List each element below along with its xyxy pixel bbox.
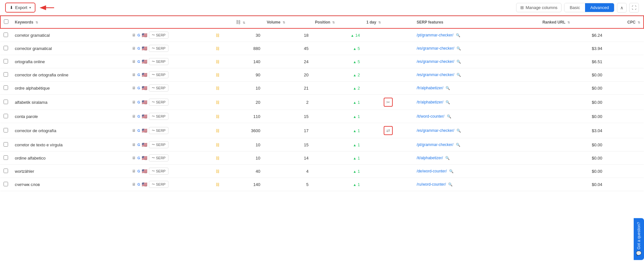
monitor-icon: 🖥 xyxy=(132,59,136,64)
monitor-icon: 🖥 xyxy=(132,33,136,37)
ranked-url-link[interactable]: /de/word-counter/ xyxy=(417,169,447,173)
row-checkbox-cell[interactable] xyxy=(0,42,12,55)
search-icon[interactable]: 🔍 xyxy=(447,114,451,118)
toolbar-left: ⬇ Export ▾ xyxy=(5,3,57,13)
ranked-url-link[interactable]: /it/word-counter/ xyxy=(417,114,444,119)
row-checkbox[interactable] xyxy=(4,142,8,147)
row-checkbox[interactable] xyxy=(4,46,8,50)
download-icon: ⬇ xyxy=(10,5,13,10)
serp-features-cell xyxy=(363,178,413,191)
ranked-url-link[interactable]: /es/grammar-checker/ xyxy=(417,46,454,51)
row-checkbox-cell[interactable] xyxy=(0,138,12,151)
serp-button[interactable]: 〜 SERP xyxy=(149,45,168,52)
row-checkbox[interactable] xyxy=(4,85,8,90)
row-checkbox-cell[interactable] xyxy=(0,95,12,110)
search-icon[interactable]: 🔍 xyxy=(448,182,453,186)
search-icon[interactable]: 🔍 xyxy=(456,33,460,37)
flag-icon: 🇺🇸 xyxy=(142,33,147,38)
monitor-icon: 🖥 xyxy=(132,156,136,160)
serp-button[interactable]: 〜 SERP xyxy=(149,127,168,134)
serp-button[interactable]: 〜 SERP xyxy=(149,58,168,65)
search-icon[interactable]: 🔍 xyxy=(457,129,461,132)
annotation-arrow xyxy=(38,3,57,13)
volume-column-header[interactable]: Volume ⇅ xyxy=(264,16,312,28)
keywords-column-header[interactable]: Keywords ⇅ xyxy=(12,16,129,28)
row-checkbox[interactable] xyxy=(4,59,8,63)
sort-icon: ⇅ xyxy=(283,21,285,24)
basic-view-button[interactable]: Basic xyxy=(564,3,585,12)
chain-icon: ⛓ xyxy=(216,73,220,77)
search-icon[interactable]: 🔍 xyxy=(445,156,450,160)
day-change-value: 1 xyxy=(358,142,360,147)
search-icon[interactable]: 🔍 xyxy=(457,46,461,50)
position-cell: 2 xyxy=(264,95,312,110)
row-checkbox-cell[interactable] xyxy=(0,28,12,42)
serp-button[interactable]: 〜 SERP xyxy=(149,141,168,148)
row-checkbox[interactable] xyxy=(4,114,8,118)
search-icon[interactable]: 🔍 xyxy=(457,73,461,77)
link-icon: ⛓ xyxy=(236,20,240,25)
row-checkbox-cell[interactable] xyxy=(0,82,12,95)
day-column-header[interactable]: 1 day ⇅ xyxy=(363,16,413,28)
trend-icon: 〜 xyxy=(152,59,155,64)
ranked-url-link[interactable]: /es/grammar-checker/ xyxy=(417,59,454,64)
advanced-view-button[interactable]: Advanced xyxy=(585,3,614,12)
row-checkbox[interactable] xyxy=(4,155,8,160)
select-all-header[interactable] xyxy=(0,16,12,28)
ranked-url-link[interactable]: /tr/alphabetizer/ xyxy=(417,100,443,104)
serp-button[interactable]: 〜 SERP xyxy=(149,84,168,92)
position-cell: 21 xyxy=(264,82,312,95)
google-icon: G xyxy=(137,86,140,90)
day-change-value: 2 xyxy=(358,73,360,77)
ranked-url-link[interactable]: /pt/grammar-checker/ xyxy=(417,142,453,147)
row-checkbox-cell[interactable] xyxy=(0,123,12,138)
ranked-url-link[interactable]: /it/alphabetizer/ xyxy=(417,156,443,160)
ranked-url-link[interactable]: /ru/word-counter/ xyxy=(417,182,446,187)
url-column-header[interactable]: Ranked URL ⇅ xyxy=(539,16,606,28)
cpc-column-header[interactable]: CPC ⇅ xyxy=(606,16,644,28)
search-icon[interactable]: 🔍 xyxy=(456,143,460,147)
search-icon[interactable]: 🔍 xyxy=(449,169,454,173)
ranked-url-link[interactable]: /fr/alphabetizer/ xyxy=(417,86,443,90)
table-row: ordine alfabetico 🖥 G 🇺🇸 〜 SERP ⛓ 10 14 … xyxy=(0,151,644,165)
manage-columns-button[interactable]: ⊞ Manage columns xyxy=(516,3,562,12)
row-checkbox-cell[interactable] xyxy=(0,110,12,123)
row-checkbox[interactable] xyxy=(4,128,8,132)
row-checkbox[interactable] xyxy=(4,169,8,173)
search-icon[interactable]: 🔍 xyxy=(446,86,450,90)
sort-icon: ⇅ xyxy=(35,21,38,24)
serp-button[interactable]: 〜 SERP xyxy=(149,99,168,106)
day-change-cell: ▲ 1 xyxy=(312,123,363,138)
search-icon[interactable]: 🔍 xyxy=(457,60,461,63)
table-row: corretor gramatical 🖥 G 🇺🇸 〜 SERP ⛓ 30 1… xyxy=(0,28,644,42)
row-checkbox-cell[interactable] xyxy=(0,178,12,191)
row-checkbox-cell[interactable] xyxy=(0,55,12,68)
row-checkbox-cell[interactable] xyxy=(0,165,12,178)
export-button[interactable]: ⬇ Export ▾ xyxy=(5,3,35,13)
position-column-header[interactable]: Position ⇅ xyxy=(312,16,363,28)
serp-button[interactable]: 〜 SERP xyxy=(149,154,168,161)
day-change-value: 1 xyxy=(358,114,360,119)
serp-button[interactable]: 〜 SERP xyxy=(149,32,168,39)
collapse-button[interactable]: ∧ xyxy=(617,3,627,13)
serp-button[interactable]: 〜 SERP xyxy=(149,71,168,78)
row-checkbox[interactable] xyxy=(4,182,8,186)
serp-button[interactable]: 〜 SERP xyxy=(149,113,168,120)
table-row: alfabetik siralama 🖥 G 🇺🇸 〜 SERP ⛓ 20 2 … xyxy=(0,95,644,110)
expand-button[interactable]: ⛶ xyxy=(629,3,639,13)
row-checkbox-cell[interactable] xyxy=(0,68,12,82)
day-change-cell: ▲ 1 xyxy=(312,95,363,110)
row-checkbox-cell[interactable] xyxy=(0,151,12,165)
serp-button[interactable]: 〜 SERP xyxy=(149,168,168,175)
select-all-checkbox[interactable] xyxy=(4,19,8,24)
row-checkbox[interactable] xyxy=(4,72,8,77)
search-icon[interactable]: 🔍 xyxy=(446,100,450,104)
ranked-url-link[interactable]: /es/grammar-checker/ xyxy=(417,128,454,133)
row-checkbox[interactable] xyxy=(4,100,8,104)
ranked-url-link[interactable]: /es/grammar-checker/ xyxy=(417,73,454,77)
flag-icon: 🇺🇸 xyxy=(142,85,147,91)
serp-button[interactable]: 〜 SERP xyxy=(149,181,168,188)
serp-features-cell: ⇄ xyxy=(363,123,413,138)
ranked-url-link[interactable]: /pt/grammar-checker/ xyxy=(417,33,453,37)
row-checkbox[interactable] xyxy=(4,33,8,37)
